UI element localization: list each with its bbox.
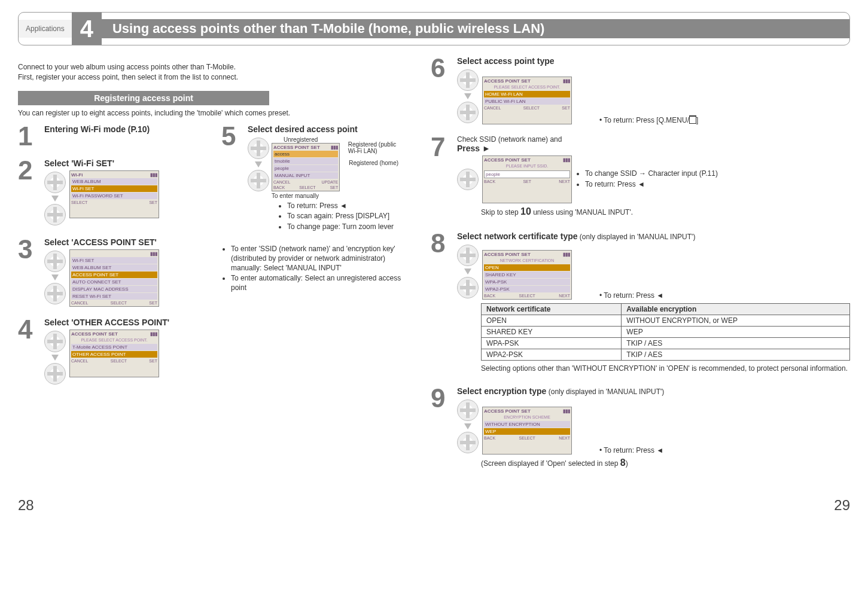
dpad-icon (457, 399, 479, 421)
down-arrow-icon (464, 269, 471, 274)
step-3: 3 Select 'ACCESS POINT SET' ▮▮▮ Wi-F (18, 237, 203, 307)
step-title: Select desired access point (248, 124, 407, 134)
screen-row: WEB ALBUM SET (71, 264, 157, 271)
table-row: WPA-PSKTKIP / AES (482, 337, 850, 349)
screen-title: ACCESS POINT SET (484, 157, 531, 163)
intro-text: Connect to your web album using access p… (18, 62, 413, 83)
bullet: To return: Press ◄ (604, 446, 663, 455)
step-4: 4 Select 'OTHER ACCESS POINT' ACCESS POI… (18, 318, 203, 386)
footer-next: NEXT (559, 436, 570, 440)
screen-row: SHARED KEY (484, 272, 570, 278)
screen-row-selected: ACCESS POINT SET (71, 272, 157, 278)
step-2: 2 Select 'Wi-Fi SET' Wi-Fi▮▮▮ WEB AL (18, 158, 203, 227)
dpad-icon (457, 432, 479, 453)
down-arrow-icon (51, 355, 59, 361)
annotation-registered-home: Registered (home) (349, 160, 398, 166)
page-number-right: 29 (834, 497, 850, 514)
screen-row: WPA-PSK (484, 279, 570, 285)
step-number: 4 (18, 318, 38, 386)
footer-cancel: CANCEL (71, 301, 88, 305)
footer-select: SELECT (523, 106, 540, 110)
screen-message: PLEASE SELECT ACCESS POINT. (484, 84, 570, 90)
footer-cancel: CANCEL (484, 106, 501, 110)
table-row: SHARED KEYWEP (482, 326, 850, 337)
column-right: 6 Select access point type ACCESS POINT … (431, 56, 850, 483)
dpad-group (248, 136, 269, 199)
step-title: Press ► (457, 144, 850, 153)
battery-icon: ▮▮▮ (331, 145, 338, 150)
step-title: Select encryption type (only displayed i… (457, 386, 850, 396)
chapter-number: 4 (72, 13, 102, 45)
footer-set: SET (149, 301, 157, 305)
screen-row: people (273, 165, 338, 172)
skip-step-number: 10 (520, 206, 531, 216)
encryption-table: Network certificate Available encryption… (481, 303, 850, 361)
screen-row: PUBLIC Wi-Fi LAN (484, 98, 570, 105)
lcd-screen: Wi-Fi▮▮▮ WEB ALBUM Wi-Fi SET Wi-Fi PASSW… (69, 170, 159, 218)
screen-row-selected: OTHER ACCESS POINT (71, 351, 157, 358)
dpad-group (457, 68, 479, 124)
footer-cancel: CANCEL (71, 359, 88, 363)
step-title-note: (only displayed in 'MANUAL INPUT') (546, 388, 664, 396)
dpad-icon (44, 172, 66, 193)
dpad-icon (44, 283, 66, 304)
step-title-note: (only displayed in 'MANUAL INPUT') (578, 233, 696, 241)
step-note: Selecting options other than 'WITHOUT EN… (481, 364, 850, 374)
lcd-screen: ACCESS POINT SET▮▮▮ PLEASE SELECT ACCESS… (482, 77, 572, 124)
step-number: 6 (431, 56, 451, 124)
screen-row: tmobile (273, 158, 338, 164)
footer-set: SET (149, 359, 157, 363)
footer-next: NEXT (559, 179, 570, 184)
step-title: Select 'OTHER ACCESS POINT' (44, 318, 203, 327)
dpad-icon (44, 331, 66, 352)
note-step-number: 8 (620, 457, 626, 468)
dpad-group (457, 398, 479, 455)
page-title: Using access points other than T-Mobile … (102, 19, 849, 38)
screen-row: RESET Wi-Fi SET (71, 293, 157, 300)
battery-icon: ▮▮▮ (563, 252, 570, 257)
down-arrow-icon (255, 161, 262, 167)
section-heading: Registering access point (18, 91, 269, 105)
screen-title: ACCESS POINT SET (484, 408, 531, 414)
dpad-group (457, 167, 479, 191)
screen-row: Wi-Fi PASSWORD SET (71, 193, 157, 199)
footer-select: SELECT (519, 436, 535, 440)
footer-cancel: CANCEL (273, 180, 290, 184)
footer-select: SELECT (71, 200, 87, 205)
note: To enter 'SSID (network name)' and 'encr… (231, 245, 407, 273)
screen-row-selected: OPEN (484, 264, 570, 271)
lcd-screen: ACCESS POINT SET▮▮▮ access tmobile peopl… (272, 143, 340, 191)
battery-icon: ▮▮▮ (150, 172, 157, 178)
screen-subtitle: NETWORK CERTIFICATION (484, 257, 570, 264)
step-pretitle: Check SSID (network name) and (457, 135, 850, 144)
annotation-registered-public: Registered (public Wi-Fi LAN) (348, 141, 407, 154)
page-numbers: 28 29 (18, 497, 850, 514)
screen-message: PLEASE INPUT SSID. (484, 163, 570, 169)
lcd-screen: ACCESS POINT SET▮▮▮ PLEASE INPUT SSID. p… (482, 155, 572, 203)
bullet: To return: Press ◄ (604, 291, 663, 300)
bullet-suffix: ] (696, 116, 698, 124)
lcd-screen: ACCESS POINT SET▮▮▮ ENCRYPTION SCHEME WI… (482, 407, 572, 455)
screen-row: WPA2-PSK (484, 286, 570, 292)
step-title: Select 'Wi-Fi SET' (44, 158, 203, 168)
screen-input: people (484, 170, 570, 178)
step-title: Entering Wi-Fi mode (P.10) (44, 124, 203, 134)
down-arrow-icon (464, 93, 471, 99)
down-arrow-icon (51, 196, 59, 202)
footer-back: BACK (484, 294, 495, 298)
dpad-icon (457, 277, 479, 298)
screen-row-selected: Wi-Fi SET (71, 185, 157, 192)
table-row: WPA2-PSKTKIP / AES (482, 349, 850, 360)
step-7: 7 Check SSID (network name) and Press ► … (431, 135, 850, 221)
screen-row-selected: HOME Wi-Fi LAN (484, 91, 570, 97)
footer-set: SET (523, 179, 531, 184)
battery-icon: ▮▮▮ (150, 331, 157, 337)
footer-back: BACK (484, 179, 495, 184)
footer-set: SET (149, 200, 157, 205)
step-number: 5 (221, 124, 242, 234)
dpad-icon (457, 245, 479, 266)
footer-select: SELECT (519, 294, 535, 298)
screen-row: T-Mobile ACCESS POINT (71, 344, 157, 350)
down-arrow-icon (51, 274, 59, 280)
footer-select: SELECT (299, 185, 315, 190)
